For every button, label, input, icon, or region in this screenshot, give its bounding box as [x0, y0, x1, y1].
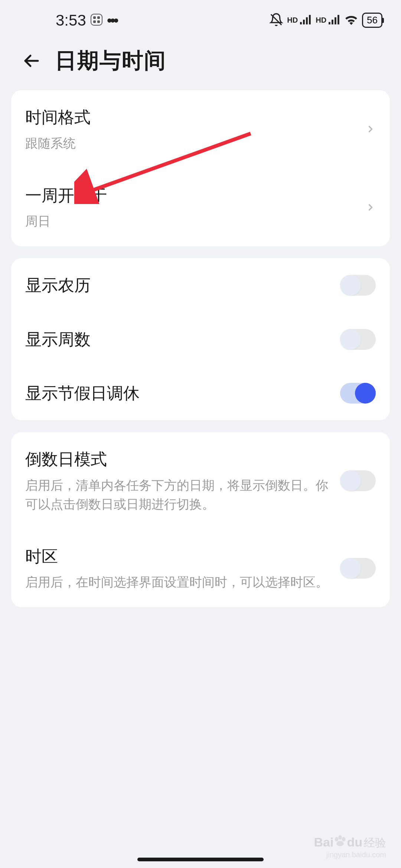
- row-text: 倒数日模式 启用后，清单内各任务下方的日期，将显示倒数日。你可以点击倒数日或日期…: [25, 448, 340, 514]
- svg-point-18: [339, 835, 342, 839]
- toggle-show-lunar[interactable]: [340, 275, 376, 296]
- row-countdown-mode[interactable]: 倒数日模式 启用后，清单内各任务下方的日期，将显示倒数日。你可以点击倒数日或日期…: [25, 432, 376, 529]
- svg-rect-2: [97, 16, 100, 19]
- row-text: 显示节假日调休: [25, 382, 340, 405]
- status-right: HD HD 56: [269, 13, 382, 28]
- signal-icon-2: [329, 14, 340, 26]
- svg-rect-3: [93, 20, 96, 23]
- svg-rect-8: [306, 17, 308, 24]
- row-week-start[interactable]: 一周开始于 周日: [25, 168, 376, 247]
- watermark-url: jingyan.baidu.com: [326, 851, 386, 859]
- row-title: 时间格式: [25, 106, 358, 129]
- row-text: 显示农历: [25, 274, 340, 297]
- svg-rect-12: [335, 17, 336, 24]
- svg-rect-0: [91, 14, 102, 25]
- row-title: 显示农历: [25, 274, 333, 297]
- toggle-countdown-mode[interactable]: [340, 470, 376, 491]
- svg-rect-11: [332, 20, 333, 24]
- row-text: 显示周数: [25, 328, 340, 351]
- signal-icon-1: [300, 14, 312, 26]
- row-subtitle: 跟随系统: [25, 134, 358, 153]
- watermark-cn: 经验: [364, 835, 386, 851]
- battery-indicator: 56: [362, 13, 382, 28]
- back-button[interactable]: [22, 52, 40, 70]
- chevron-right-icon: [365, 124, 376, 134]
- home-indicator[interactable]: [137, 858, 264, 861]
- watermark-brand: Baidu: [314, 835, 362, 849]
- svg-rect-4: [97, 20, 100, 23]
- svg-rect-9: [309, 15, 311, 24]
- hd-indicator-1: HD: [287, 16, 298, 24]
- settings-content: 时间格式 跟随系统 一周开始于 周日 显示农历: [0, 90, 401, 607]
- row-timezone[interactable]: 时区 启用后，在时间选择界面设置时间时，可以选择时区。: [25, 529, 376, 608]
- settings-group-formats: 时间格式 跟随系统 一周开始于 周日: [11, 90, 390, 246]
- toggle-show-holidays[interactable]: [340, 383, 376, 404]
- settings-group-display: 显示农历 显示周数 显示节假日调休: [11, 258, 390, 420]
- status-app-icon: [91, 14, 102, 27]
- settings-group-advanced: 倒数日模式 启用后，清单内各任务下方的日期，将显示倒数日。你可以点击倒数日或日期…: [11, 432, 390, 607]
- status-left: 3:53 •••: [19, 11, 117, 29]
- toggle-show-week-number[interactable]: [340, 329, 376, 350]
- row-show-week-number[interactable]: 显示周数: [25, 312, 376, 366]
- status-time: 3:53: [56, 11, 86, 29]
- page-title: 日期与时间: [55, 46, 166, 75]
- hd-indicator-2: HD: [316, 16, 326, 24]
- row-subtitle: 启用后，清单内各任务下方的日期，将显示倒数日。你可以点击倒数日或日期进行切换。: [25, 476, 333, 514]
- row-title: 显示周数: [25, 328, 333, 351]
- row-time-format[interactable]: 时间格式 跟随系统: [25, 90, 376, 168]
- row-text: 时间格式 跟随系统: [25, 106, 365, 153]
- row-show-holidays[interactable]: 显示节假日调休: [25, 366, 376, 420]
- row-title: 一周开始于: [25, 184, 358, 207]
- status-bar: 3:53 ••• HD: [0, 0, 401, 35]
- toggle-timezone[interactable]: [340, 558, 376, 579]
- row-text: 一周开始于 周日: [25, 184, 365, 231]
- svg-point-20: [337, 841, 344, 846]
- row-text: 时区 启用后，在时间选择界面设置时间时，可以选择时区。: [25, 545, 340, 592]
- svg-point-19: [342, 837, 346, 841]
- row-subtitle: 周日: [25, 212, 358, 231]
- alarm-off-icon: [269, 13, 283, 28]
- page-header: 日期与时间: [0, 35, 401, 90]
- svg-rect-6: [300, 22, 302, 24]
- row-title: 倒数日模式: [25, 448, 333, 471]
- svg-rect-7: [303, 20, 305, 24]
- svg-rect-13: [338, 15, 339, 24]
- svg-rect-1: [93, 16, 96, 19]
- row-title: 显示节假日调休: [25, 382, 333, 405]
- svg-rect-10: [329, 22, 330, 24]
- watermark: Baidu 经验 jingyan.baidu.com: [314, 835, 386, 859]
- row-show-lunar[interactable]: 显示农历: [25, 258, 376, 312]
- row-title: 时区: [25, 545, 333, 568]
- svg-point-17: [335, 837, 339, 841]
- wifi-icon: [344, 14, 358, 27]
- row-subtitle: 启用后，在时间选择界面设置时间时，可以选择时区。: [25, 573, 333, 592]
- chevron-right-icon: [365, 202, 376, 213]
